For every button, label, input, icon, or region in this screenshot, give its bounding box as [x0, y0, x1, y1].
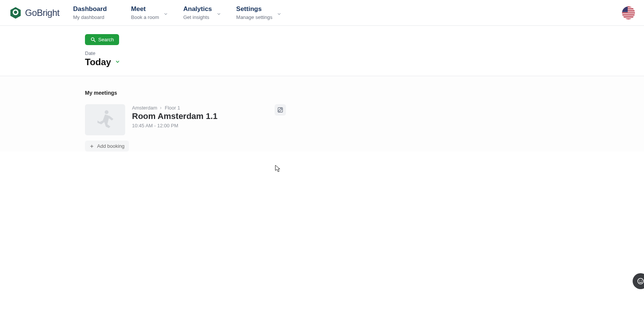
svg-line-13	[94, 40, 95, 42]
search-icon	[90, 37, 96, 42]
filter-bar: Search Date Today	[0, 26, 644, 76]
person-running-icon	[94, 109, 116, 130]
plus-icon	[90, 144, 94, 149]
svg-rect-11	[622, 6, 628, 12]
date-picker[interactable]: Today	[85, 57, 644, 67]
topbar: GoBright Dashboard My dashboard Meet Boo…	[0, 0, 644, 26]
search-label: Search	[98, 37, 114, 42]
chevron-down-icon	[163, 11, 168, 17]
nav-sub: Get insights	[183, 14, 212, 20]
chevron-right-icon	[159, 106, 162, 110]
meeting-title: Room Amsterdam 1.1	[132, 111, 268, 121]
breadcrumb-floor: Floor 1	[165, 105, 180, 111]
nav-sub: Manage settings	[236, 14, 272, 20]
nav-item-meet[interactable]: Meet Book a room	[131, 5, 159, 20]
svg-rect-5	[622, 7, 635, 8]
nav-title: Meet	[131, 5, 159, 13]
brand-name: GoBright	[25, 8, 60, 18]
main-nav: Dashboard My dashboard Meet Book a room …	[73, 5, 273, 20]
search-button[interactable]: Search	[85, 34, 119, 45]
nav-sub: Book a room	[131, 14, 159, 20]
meeting-card[interactable]: Amsterdam Floor 1 Room Amsterdam 1.1 10:…	[85, 104, 286, 135]
svg-point-14	[105, 110, 108, 114]
meeting-thumbnail	[85, 104, 125, 135]
add-booking-label: Add booking	[97, 143, 124, 149]
chevron-down-icon	[217, 11, 221, 17]
edit-meeting-button[interactable]	[275, 104, 286, 116]
nav-title: Dashboard	[73, 5, 107, 13]
svg-rect-15	[278, 108, 283, 112]
breadcrumb: Amsterdam Floor 1	[132, 105, 268, 111]
meeting-info: Amsterdam Floor 1 Room Amsterdam 1.1 10:…	[132, 104, 268, 128]
language-flag-us[interactable]	[622, 6, 635, 19]
svg-rect-10	[622, 17, 635, 19]
svg-rect-8	[622, 13, 635, 14]
meeting-time: 10:45 AM - 12:00 PM	[132, 123, 268, 128]
nav-item-analytics[interactable]: Analytics Get insights	[183, 5, 212, 20]
brand-logo[interactable]: GoBright	[9, 6, 60, 19]
section-title-my-meetings: My meetings	[85, 90, 644, 96]
date-value: Today	[85, 57, 111, 67]
chevron-down-icon	[277, 11, 281, 17]
date-label: Date	[85, 50, 644, 56]
breadcrumb-location: Amsterdam	[132, 105, 157, 111]
nav-title: Analytics	[183, 5, 212, 13]
svg-rect-9	[622, 15, 635, 16]
add-booking-button[interactable]: Add booking	[85, 141, 129, 152]
nav-item-settings[interactable]: Settings Manage settings	[236, 5, 272, 20]
nav-sub: My dashboard	[73, 14, 107, 20]
brand-logo-icon	[9, 6, 22, 19]
chevron-down-icon	[115, 59, 120, 66]
edit-icon	[277, 107, 283, 113]
svg-point-2	[14, 11, 17, 14]
nav-item-dashboard[interactable]: Dashboard My dashboard	[73, 5, 107, 20]
main-content: My meetings Amsterdam Floor 1 Room Amste…	[0, 76, 644, 152]
nav-title: Settings	[236, 5, 272, 13]
